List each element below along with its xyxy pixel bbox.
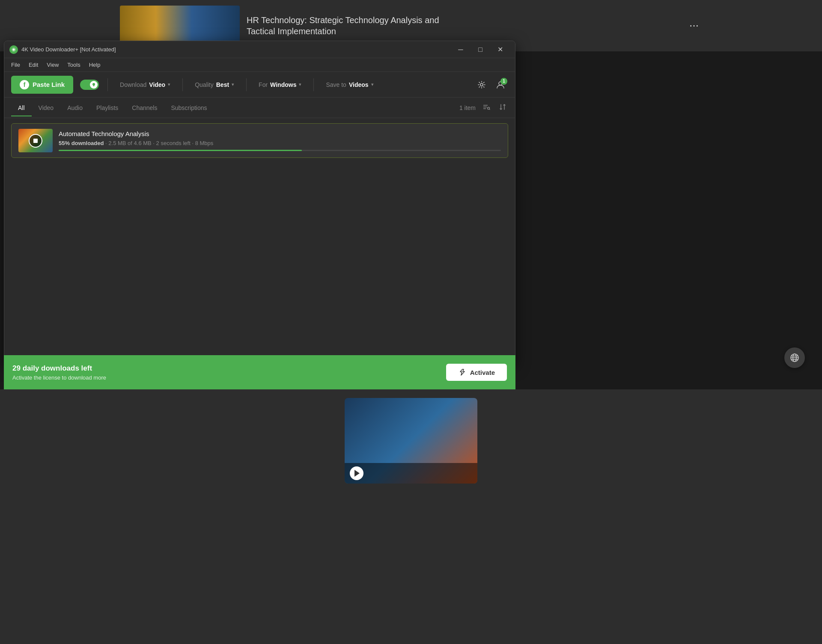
platform-dropdown[interactable]: For Windows ▾ <box>255 80 305 90</box>
menu-tools[interactable]: Tools <box>64 60 83 70</box>
language-button[interactable] <box>784 347 805 368</box>
menu-file[interactable]: File <box>8 60 24 70</box>
tab-audio[interactable]: Audio <box>60 99 89 116</box>
tab-playlists[interactable]: Playlists <box>89 99 125 116</box>
download-title: Automated Technology Analysis <box>59 130 501 137</box>
svg-point-3 <box>480 83 483 86</box>
toolbar-right: 1 <box>474 77 508 92</box>
download-status: 55% downloaded · 2.5 MB of 4.6 MB · 2 se… <box>59 140 501 146</box>
paste-link-icon: f <box>20 80 29 89</box>
app-window: 4K Video Downloader+ [Not Activated] ─ □… <box>4 41 515 363</box>
minimize-button[interactable]: ─ <box>451 43 471 56</box>
app-icon <box>9 45 18 54</box>
app-title: 4K Video Downloader+ [Not Activated] <box>21 46 451 53</box>
tab-channels[interactable]: Channels <box>125 99 164 116</box>
close-button[interactable]: ✕ <box>490 43 510 56</box>
mode-toggle[interactable] <box>80 80 99 90</box>
browser-menu-button[interactable]: ⋯ <box>686 18 702 33</box>
activation-bar: 29 daily downloads left Activate the lic… <box>4 355 515 389</box>
tabs-right-controls: 1 item <box>459 101 508 114</box>
notifications-button[interactable]: 1 <box>493 77 508 92</box>
stop-download-button[interactable] <box>29 134 42 148</box>
menu-edit[interactable]: Edit <box>25 60 42 70</box>
browser-bottom-thumbnail <box>345 398 477 484</box>
tab-video[interactable]: Video <box>32 99 61 116</box>
activation-subtitle: Activate the license to download more <box>12 374 446 381</box>
save-to-arrow: ▾ <box>371 82 374 87</box>
browser-bottom-content <box>0 389 822 492</box>
platform-arrow: ▾ <box>299 82 301 87</box>
notification-badge: 1 <box>500 78 507 85</box>
activation-text: 29 daily downloads left Activate the lic… <box>12 364 446 381</box>
toolbar: f Paste Link Download Video ▾ Quality Be… <box>4 72 515 98</box>
video-player-controls <box>345 463 477 484</box>
tab-subscriptions[interactable]: Subscriptions <box>164 99 214 116</box>
browser-background-bottom <box>0 389 822 644</box>
download-type-dropdown[interactable]: Download Video ▾ <box>116 80 174 90</box>
tab-list: All Video Audio Playlists Channels Subsc… <box>11 99 459 116</box>
download-details: · 2.5 MB of 4.6 MB · 2 seconds left · 8 … <box>105 140 213 146</box>
browser-title-area: HR Technology: Strategic Technology Anal… <box>247 15 679 37</box>
svg-line-9 <box>489 109 490 109</box>
tabs-bar: All Video Audio Playlists Channels Subsc… <box>4 98 515 118</box>
play-icon <box>354 470 360 477</box>
menu-help[interactable]: Help <box>86 60 104 70</box>
stop-icon <box>33 139 38 143</box>
download-percent: 55% downloaded <box>59 140 104 146</box>
paste-link-button[interactable]: f Paste Link <box>11 76 73 94</box>
title-bar: 4K Video Downloader+ [Not Activated] ─ □… <box>4 41 515 58</box>
toolbar-separator-4 <box>313 78 314 91</box>
progress-bar-fill <box>59 150 302 151</box>
maximize-button[interactable]: □ <box>471 43 490 56</box>
content-area: All Video Audio Playlists Channels Subsc… <box>4 98 515 363</box>
sort-icon[interactable] <box>497 101 508 114</box>
item-count: 1 item <box>459 104 476 111</box>
quality-dropdown[interactable]: Quality Best ▾ <box>191 80 238 90</box>
download-info: Automated Technology Analysis 55% downlo… <box>59 130 501 151</box>
window-controls: ─ □ ✕ <box>451 43 510 56</box>
download-thumbnail <box>18 129 53 152</box>
activate-button[interactable]: Activate <box>446 364 507 381</box>
browser-video-title: HR Technology: Strategic Technology Anal… <box>247 15 679 37</box>
toggle-knob <box>90 81 98 89</box>
svg-rect-2 <box>93 86 95 86</box>
menu-view[interactable]: View <box>43 60 62 70</box>
toolbar-separator-1 <box>107 78 108 91</box>
download-item: Automated Technology Analysis 55% downlo… <box>11 123 508 158</box>
list-search-icon[interactable] <box>481 101 492 114</box>
progress-bar-container <box>59 150 501 151</box>
tab-all[interactable]: All <box>11 99 32 116</box>
download-list: Automated Technology Analysis 55% downlo… <box>4 118 515 163</box>
save-to-dropdown[interactable]: Save to Videos ▾ <box>322 80 377 90</box>
downloads-left-title: 29 daily downloads left <box>12 364 446 373</box>
toolbar-separator-2 <box>182 78 183 91</box>
svg-point-1 <box>92 83 95 86</box>
menu-bar: File Edit View Tools Help <box>4 58 515 72</box>
toolbar-separator-3 <box>246 78 247 91</box>
play-pause-button[interactable] <box>350 466 363 480</box>
browser-video-thumbnail <box>120 6 240 46</box>
download-type-arrow: ▾ <box>168 82 170 87</box>
settings-button[interactable] <box>474 77 489 92</box>
quality-arrow: ▾ <box>232 82 234 87</box>
